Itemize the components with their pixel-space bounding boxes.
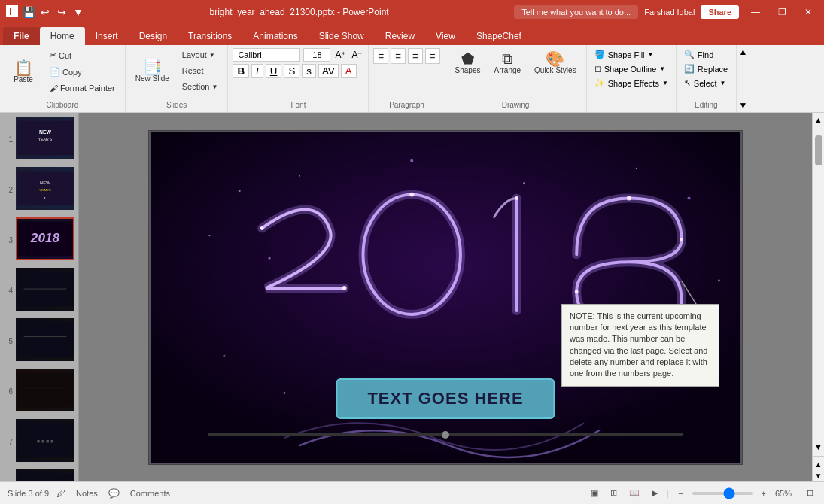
ribbon-scroll-up[interactable]: ▲ xyxy=(738,47,747,57)
tell-me-box[interactable]: Tell me what you want to do... xyxy=(514,5,638,19)
arrange-button[interactable]: ⧉ Arrange xyxy=(488,48,526,77)
zoom-slider[interactable] xyxy=(692,492,753,495)
layout-button[interactable]: Layout ▼ xyxy=(177,48,223,62)
slides-row: 📑 New Slide Layout ▼ Reset Section ▼ xyxy=(130,48,223,93)
scroll-down-arrow[interactable]: ▼ xyxy=(812,439,824,454)
find-button[interactable]: 🔍 Find xyxy=(681,48,731,61)
underline-button[interactable]: U xyxy=(266,64,282,78)
fit-to-window-icon[interactable]: ⊡ xyxy=(804,487,816,499)
slide-thumb-8[interactable]: NEW YEAR xyxy=(16,469,74,481)
zoom-in-icon[interactable]: + xyxy=(759,487,769,499)
paste-button[interactable]: 📋 Paste xyxy=(5,57,42,87)
canvas-area[interactable]: NOTE: This is the current upcoming numbe… xyxy=(79,113,812,481)
comments-button[interactable]: Comments xyxy=(127,487,173,499)
shadow-button[interactable]: s xyxy=(302,64,316,78)
tab-home[interactable]: Home xyxy=(40,27,85,45)
slide-thumb-3[interactable]: 2018 xyxy=(16,217,74,260)
ribbon: 📋 Paste ✂ Cut 📄 Copy 🖌 Format Painter Cl… xyxy=(0,45,824,113)
shape-format-group: 🪣 Shape Fill ▼ ◻ Shape Outline ▼ ✨ Shape… xyxy=(591,48,671,90)
svg-text:YEAR'S: YEAR'S xyxy=(39,188,50,192)
share-button[interactable]: Share xyxy=(701,5,739,19)
customize-icon[interactable]: ▼ xyxy=(72,6,84,18)
slide-thumb-5[interactable] xyxy=(16,318,74,361)
shape-outline-button[interactable]: ◻ Shape Outline ▼ xyxy=(591,62,671,75)
replace-button[interactable]: 🔄 Replace xyxy=(681,62,731,75)
tab-review[interactable]: Review xyxy=(375,27,425,45)
ribbon-group-drawing: ⬟ Shapes ⧉ Arrange 🎨 Quick Styles Drawin… xyxy=(445,45,587,112)
shapes-icon: ⬟ xyxy=(461,51,474,66)
align-right-button[interactable]: ≡ xyxy=(408,48,423,64)
slide-2-wrapper: 2 NEW YEAR'S ★ xyxy=(4,167,74,213)
slide-thumb-2[interactable]: NEW YEAR'S ★ xyxy=(16,167,74,210)
ribbon-tabs: File Home Insert Design Transitions Anim… xyxy=(0,24,824,45)
slideshow-icon[interactable]: ▶ xyxy=(649,487,661,499)
strikethrough-button[interactable]: S xyxy=(284,64,299,78)
decrease-font-button[interactable]: A⁻ xyxy=(350,48,363,62)
align-center-button[interactable]: ≡ xyxy=(391,48,406,64)
ribbon-scroll-down[interactable]: ▼ xyxy=(738,100,747,111)
tab-file[interactable]: File xyxy=(3,27,40,45)
close-button[interactable]: ✕ xyxy=(798,5,818,19)
slide-text-label: TEXT GOES HERE xyxy=(367,389,523,408)
svg-point-31 xyxy=(688,196,691,199)
new-slide-button[interactable]: 📑 New Slide xyxy=(130,56,175,86)
tab-transitions[interactable]: Transitions xyxy=(178,27,242,45)
svg-point-26 xyxy=(239,190,241,192)
redo-icon[interactable]: ↪ xyxy=(56,6,68,18)
tab-shapechef[interactable]: ShapeChef xyxy=(466,27,532,45)
slide-5-wrapper: 5 xyxy=(4,318,74,364)
slide-thumb-6[interactable] xyxy=(16,369,74,411)
copy-button[interactable]: 📄 Copy xyxy=(44,65,120,79)
font-color-button[interactable]: A xyxy=(341,64,357,78)
bold-button[interactable]: B xyxy=(233,64,249,78)
tooltip-box: NOTE: This is the current upcoming numbe… xyxy=(561,304,719,387)
tab-slideshow[interactable]: Slide Show xyxy=(309,27,375,45)
char-spacing-button[interactable]: AV xyxy=(318,64,339,78)
minimize-button[interactable]: — xyxy=(745,5,766,19)
section-button[interactable]: Section ▼ xyxy=(177,80,223,93)
tab-animations[interactable]: Animations xyxy=(242,27,308,45)
slide-thumb-7[interactable]: ■ ■ ■ ■ xyxy=(16,419,74,462)
slide-thumb-4[interactable] xyxy=(16,268,74,311)
scroll-up-arrow[interactable]: ▲ xyxy=(812,113,824,128)
shape-fill-button[interactable]: 🪣 Shape Fill ▼ xyxy=(591,48,671,61)
shapes-button[interactable]: ⬟ Shapes xyxy=(450,48,486,77)
undo-icon[interactable]: ↩ xyxy=(39,6,51,18)
format-painter-button[interactable]: 🖌 Format Painter xyxy=(44,81,120,95)
tab-insert[interactable]: Insert xyxy=(85,27,129,45)
new-slide-icon: 📑 xyxy=(143,59,162,74)
scroll-bottom-down[interactable]: ▼ xyxy=(813,470,824,481)
slide-6-wrapper: 6 xyxy=(4,369,74,414)
arrange-icon: ⧉ xyxy=(502,51,512,66)
cut-button[interactable]: ✂ Cut xyxy=(44,48,120,62)
normal-view-icon[interactable]: ▣ xyxy=(588,487,601,499)
restore-button[interactable]: ❐ xyxy=(772,5,792,19)
shape-effects-button[interactable]: ✨ Shape Effects ▼ xyxy=(591,77,671,90)
paragraph-row: ≡ ≡ ≡ ≡ xyxy=(373,48,439,64)
find-icon: 🔍 xyxy=(684,50,695,59)
align-left-button[interactable]: ≡ xyxy=(373,48,388,64)
main-area: 1 NEW YEAR'S 2 NEW YEAR'S xyxy=(0,113,824,481)
increase-font-button[interactable]: A⁺ xyxy=(333,48,347,62)
select-button[interactable]: ↖ Select ▼ xyxy=(681,77,731,90)
tab-design[interactable]: Design xyxy=(129,27,178,45)
ribbon-scroll[interactable]: ▲ ▼ xyxy=(737,45,749,112)
notes-button[interactable]: Notes xyxy=(73,487,101,499)
tab-view[interactable]: View xyxy=(425,27,466,45)
font-size-dropdown[interactable]: 18 xyxy=(303,48,330,62)
right-scrollbar[interactable]: ▲ ▼ ▲ ▼ xyxy=(812,113,824,481)
font-family-dropdown[interactable]: Calibri xyxy=(233,48,300,62)
reading-view-icon[interactable]: 📖 xyxy=(626,487,643,499)
slide-sorter-icon[interactable]: ⊞ xyxy=(607,487,620,499)
slide-1-content: NEW YEAR'S xyxy=(17,118,73,158)
slide-thumb-1[interactable]: NEW YEAR'S xyxy=(16,117,74,159)
scroll-thumb[interactable] xyxy=(815,135,822,165)
reset-button[interactable]: Reset xyxy=(177,64,223,77)
save-icon[interactable]: 💾 xyxy=(23,6,35,18)
slide-text-box[interactable]: TEXT GOES HERE xyxy=(336,378,555,419)
scroll-bottom-up[interactable]: ▲ xyxy=(813,459,824,470)
italic-button[interactable]: I xyxy=(251,64,263,78)
zoom-out-icon[interactable]: − xyxy=(675,487,686,499)
quick-styles-button[interactable]: 🎨 Quick Styles xyxy=(529,48,582,77)
justify-button[interactable]: ≡ xyxy=(425,48,440,64)
